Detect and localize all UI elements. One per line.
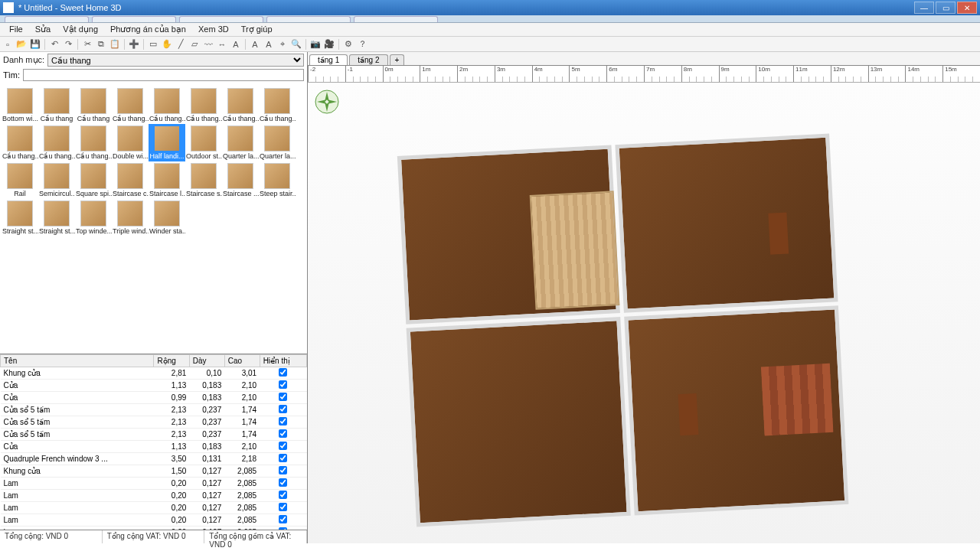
- open-icon[interactable]: 📂: [15, 38, 28, 51]
- os-tab[interactable]: [92, 16, 176, 22]
- catalog-item[interactable]: Cầu thang: [75, 86, 112, 124]
- room-tool-icon[interactable]: ▱: [188, 38, 201, 51]
- visible-checkbox[interactable]: [279, 368, 287, 377]
- catalog-item[interactable]: Cầu thang...: [185, 86, 222, 124]
- catalog-item[interactable]: Cầu thang...: [38, 124, 75, 161]
- catalog-item[interactable]: Staircase l...: [149, 161, 185, 199]
- menu-sửa[interactable]: Sửa: [29, 23, 57, 36]
- table-row[interactable]: Cửa sổ 5 tấm2,130,2371,74: [1, 416, 307, 429]
- table-row[interactable]: Lam0,200,1272,085: [1, 514, 307, 527]
- plan-tab[interactable]: tầng 1: [309, 54, 348, 65]
- furniture-list[interactable]: TênRộngDàyCaoHiển thịKhung cửa2,810,103,…: [0, 354, 307, 530]
- close-button[interactable]: ✕: [957, 2, 977, 14]
- redo-icon[interactable]: ↷: [62, 38, 74, 51]
- dimension-tool-icon[interactable]: ↔: [216, 38, 228, 51]
- col-header[interactable]: Cao: [224, 355, 260, 367]
- table-row[interactable]: Lam0,200,1272,085: [1, 502, 307, 514]
- table-row[interactable]: Cửa1,130,1832,10: [1, 380, 307, 392]
- add-furniture-icon[interactable]: ➕: [128, 38, 140, 51]
- table-row[interactable]: Cửa sổ 5 tấm2,130,2371,74: [1, 429, 307, 441]
- catalog-item[interactable]: Bottom wi...: [2, 86, 38, 124]
- table-row[interactable]: Khung cửa2,810,103,01: [1, 367, 307, 380]
- catalog-item[interactable]: Staircase s...: [185, 161, 222, 199]
- visible-checkbox[interactable]: [279, 503, 287, 511]
- catalog-item[interactable]: Cầu thang...: [222, 86, 259, 124]
- table-row[interactable]: Cửa0,990,1832,10: [1, 392, 307, 404]
- magnifier-icon[interactable]: 🔍: [290, 38, 302, 51]
- zoom-in-icon[interactable]: A: [263, 38, 275, 51]
- select-tool-icon[interactable]: ▭: [147, 38, 159, 51]
- visible-checkbox[interactable]: [279, 466, 287, 474]
- visible-checkbox[interactable]: [279, 478, 287, 487]
- visible-checkbox[interactable]: [279, 442, 287, 450]
- catalog-item[interactable]: Semicircul...: [38, 161, 75, 199]
- menu-trợ giúp[interactable]: Trợ giúp: [235, 23, 279, 36]
- undo-icon[interactable]: ↶: [48, 38, 60, 51]
- photo-icon[interactable]: 📷: [309, 38, 322, 51]
- table-row[interactable]: Khung cửa1,500,1272,085: [1, 465, 307, 478]
- catalog-item[interactable]: Staircase ...: [222, 161, 259, 199]
- visible-checkbox[interactable]: [279, 417, 287, 425]
- menu-xem 3d[interactable]: Xem 3D: [192, 23, 235, 36]
- table-row[interactable]: Cửa1,130,1832,10: [1, 441, 307, 453]
- maximize-button[interactable]: ▭: [936, 2, 956, 14]
- catalog-item[interactable]: Rail: [2, 161, 38, 199]
- visible-checkbox[interactable]: [279, 491, 287, 499]
- visible-checkbox[interactable]: [279, 515, 287, 523]
- col-header[interactable]: Rộng: [154, 355, 189, 367]
- copy-icon[interactable]: ⧉: [95, 38, 107, 51]
- col-header[interactable]: Hiển thị: [260, 355, 306, 367]
- catalog-item[interactable]: Half landi...: [149, 124, 185, 161]
- wall-tool-icon[interactable]: ╱: [175, 38, 187, 51]
- catalog-item[interactable]: Cầu thang...: [149, 86, 185, 124]
- compass-icon[interactable]: [314, 89, 340, 115]
- catalog-item[interactable]: Winder sta...: [149, 199, 185, 236]
- menu-vật dụng[interactable]: Vật dụng: [57, 23, 104, 36]
- category-select[interactable]: Cầu thang: [47, 54, 304, 67]
- os-tab[interactable]: [5, 16, 89, 22]
- catalog-item[interactable]: Staircase c...: [112, 161, 149, 199]
- catalog-item[interactable]: Cầu thang...: [112, 86, 149, 124]
- viewport-3d[interactable]: [308, 83, 980, 543]
- table-row[interactable]: Quadruple French window 3 ...3,500,1312,…: [1, 453, 307, 465]
- visible-checkbox[interactable]: [279, 405, 287, 413]
- catalog-item[interactable]: Steep stair...: [259, 161, 296, 199]
- menu-phương án của bạn[interactable]: Phương án của bạn: [104, 23, 192, 36]
- minimize-button[interactable]: —: [914, 2, 934, 14]
- pan-tool-icon[interactable]: ✋: [161, 38, 173, 51]
- furniture-catalog[interactable]: Bottom wi...Cầu thangCầu thangCầu thang.…: [0, 83, 307, 354]
- catalog-item[interactable]: Cầu thang: [38, 86, 75, 124]
- table-row[interactable]: Cửa sổ 5 tấm2,130,2371,74: [1, 404, 307, 416]
- tool-icon[interactable]: ⌖: [276, 38, 289, 51]
- catalog-item[interactable]: Top winde...: [75, 199, 112, 236]
- table-row[interactable]: Lam0,200,1272,085: [1, 478, 307, 490]
- settings-icon[interactable]: ⚙: [342, 38, 354, 51]
- video-icon[interactable]: 🎥: [323, 38, 335, 51]
- catalog-item[interactable]: Cầu thang...: [259, 86, 296, 124]
- catalog-item[interactable]: Outdoor st...: [185, 124, 222, 161]
- add-level-button[interactable]: +: [390, 54, 405, 65]
- table-row[interactable]: Lam0,200,1272,085: [1, 490, 307, 502]
- visible-checkbox[interactable]: [279, 380, 287, 389]
- catalog-item[interactable]: Cầu thang...: [2, 124, 38, 161]
- menu-file[interactable]: File: [3, 23, 29, 36]
- catalog-item[interactable]: Straight st...: [38, 199, 75, 236]
- cut-icon[interactable]: ✂: [81, 38, 93, 51]
- polyline-tool-icon[interactable]: 〰: [202, 38, 214, 51]
- col-header[interactable]: Tên: [1, 355, 154, 367]
- os-tab[interactable]: [354, 16, 438, 22]
- paste-icon[interactable]: 📋: [109, 38, 121, 51]
- catalog-item[interactable]: Cầu thang...: [75, 124, 112, 161]
- catalog-item[interactable]: Quarter la...: [222, 124, 259, 161]
- visible-checkbox[interactable]: [279, 454, 287, 462]
- catalog-item[interactable]: Double wi...: [112, 124, 149, 161]
- save-icon[interactable]: 💾: [29, 38, 41, 51]
- col-header[interactable]: Dày: [189, 355, 224, 367]
- plan-tab[interactable]: tầng 2: [349, 54, 387, 65]
- visible-checkbox[interactable]: [279, 429, 287, 438]
- visible-checkbox[interactable]: [279, 393, 287, 401]
- find-input[interactable]: [23, 69, 304, 81]
- catalog-item[interactable]: Quarter la...: [259, 124, 296, 161]
- help-icon[interactable]: ？: [356, 38, 368, 51]
- catalog-item[interactable]: Triple wind...: [112, 199, 149, 236]
